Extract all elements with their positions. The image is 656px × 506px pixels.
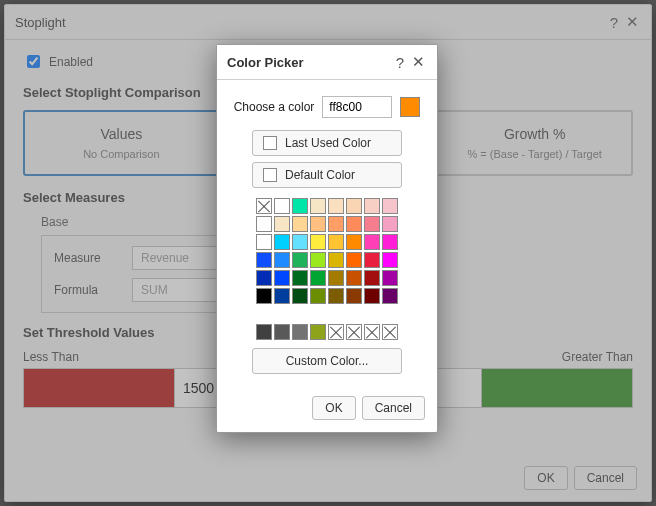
palette-swatch[interactable] — [256, 252, 272, 268]
chosen-color-swatch — [400, 97, 420, 117]
palette-swatch[interactable] — [346, 234, 362, 250]
palette-swatch[interactable] — [346, 252, 362, 268]
last-used-color-button[interactable]: Last Used Color — [252, 130, 402, 156]
palette-swatch[interactable] — [328, 198, 344, 214]
palette-swatch[interactable] — [310, 288, 326, 304]
palette-swatch[interactable] — [328, 324, 344, 340]
palette-swatch[interactable] — [256, 216, 272, 232]
palette-swatch[interactable] — [346, 198, 362, 214]
palette-swatch[interactable] — [256, 198, 272, 214]
palette-swatch[interactable] — [310, 198, 326, 214]
palette-swatch[interactable] — [382, 252, 398, 268]
palette-swatch[interactable] — [256, 288, 272, 304]
color-picker-cancel-button[interactable]: Cancel — [362, 396, 425, 420]
palette-swatch[interactable] — [328, 234, 344, 250]
palette-swatch[interactable] — [310, 324, 326, 340]
close-icon[interactable]: ✕ — [409, 53, 427, 71]
palette-swatch[interactable] — [364, 234, 380, 250]
palette-swatch[interactable] — [346, 270, 362, 286]
palette-swatch[interactable] — [310, 252, 326, 268]
palette-swatch[interactable] — [292, 252, 308, 268]
default-color-swatch — [263, 168, 277, 182]
palette-swatch[interactable] — [328, 216, 344, 232]
palette-swatch[interactable] — [310, 234, 326, 250]
palette-swatch[interactable] — [274, 198, 290, 214]
palette-swatch[interactable] — [382, 270, 398, 286]
palette-swatch[interactable] — [328, 252, 344, 268]
palette-swatch[interactable] — [274, 216, 290, 232]
help-icon[interactable]: ? — [391, 53, 409, 71]
palette-swatch[interactable] — [382, 234, 398, 250]
color-palette — [256, 198, 398, 304]
palette-swatch[interactable] — [274, 234, 290, 250]
palette-swatch[interactable] — [364, 252, 380, 268]
palette-swatch[interactable] — [346, 216, 362, 232]
palette-swatch[interactable] — [328, 270, 344, 286]
palette-swatch[interactable] — [382, 288, 398, 304]
palette-swatch[interactable] — [292, 198, 308, 214]
palette-swatch[interactable] — [256, 270, 272, 286]
palette-swatch[interactable] — [274, 252, 290, 268]
palette-swatch[interactable] — [274, 324, 290, 340]
palette-swatch[interactable] — [292, 234, 308, 250]
color-picker-ok-button[interactable]: OK — [312, 396, 355, 420]
palette-swatch[interactable] — [292, 216, 308, 232]
default-color-label: Default Color — [285, 168, 355, 182]
palette-swatch[interactable] — [382, 198, 398, 214]
recent-color-palette — [256, 324, 398, 340]
palette-swatch[interactable] — [364, 216, 380, 232]
last-used-color-label: Last Used Color — [285, 136, 371, 150]
color-picker-title: Color Picker — [227, 55, 391, 70]
last-used-color-swatch — [263, 136, 277, 150]
color-picker-dialog: Color Picker ? ✕ Choose a color Last Use… — [216, 44, 438, 433]
palette-swatch[interactable] — [292, 270, 308, 286]
palette-swatch[interactable] — [274, 270, 290, 286]
color-hex-input[interactable] — [322, 96, 392, 118]
default-color-button[interactable]: Default Color — [252, 162, 402, 188]
palette-swatch[interactable] — [292, 288, 308, 304]
palette-swatch[interactable] — [256, 324, 272, 340]
palette-swatch[interactable] — [310, 270, 326, 286]
palette-swatch[interactable] — [364, 198, 380, 214]
palette-swatch[interactable] — [364, 324, 380, 340]
choose-color-label: Choose a color — [234, 100, 315, 114]
palette-swatch[interactable] — [364, 288, 380, 304]
palette-swatch[interactable] — [346, 288, 362, 304]
color-picker-titlebar: Color Picker ? ✕ — [217, 45, 437, 80]
palette-swatch[interactable] — [346, 324, 362, 340]
palette-swatch[interactable] — [328, 288, 344, 304]
palette-swatch[interactable] — [292, 324, 308, 340]
palette-swatch[interactable] — [382, 324, 398, 340]
palette-swatch[interactable] — [274, 288, 290, 304]
palette-swatch[interactable] — [364, 270, 380, 286]
palette-swatch[interactable] — [310, 216, 326, 232]
custom-color-button[interactable]: Custom Color... — [252, 348, 402, 374]
palette-swatch[interactable] — [382, 216, 398, 232]
palette-swatch[interactable] — [256, 234, 272, 250]
